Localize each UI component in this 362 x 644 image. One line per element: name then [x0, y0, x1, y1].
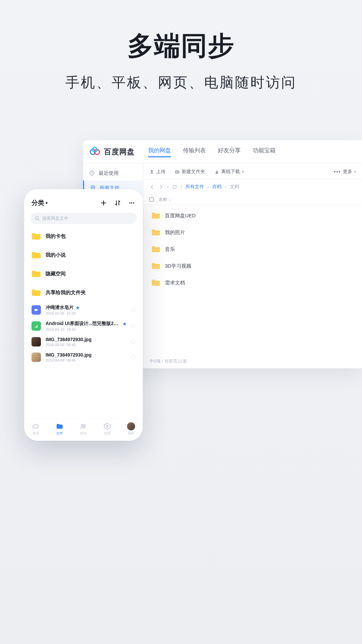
folder-icon	[32, 232, 41, 240]
star-icon: ★	[76, 305, 80, 310]
baidu-netdisk-logo-icon	[89, 146, 101, 158]
phone-tabbar: 首页 文件 好友 发现 我的	[24, 419, 143, 441]
file-row[interactable]: IMG_7384972930.jpg 2018-04-09 09:46	[24, 334, 143, 350]
app-logo-text: 百度网盘	[104, 147, 135, 157]
folder-row[interactable]: 隐藏空间	[24, 264, 143, 283]
new-folder-button[interactable]: 新建文件夹	[175, 169, 205, 175]
nav-back-icon[interactable]	[149, 184, 155, 190]
svg-point-15	[106, 425, 108, 427]
transfer-button[interactable]	[114, 199, 121, 207]
phone-frame: 分类 ▾ 搜索网盘文件 我的卡包 我的小说 隐藏空间 共享给我的文件夹	[24, 189, 143, 441]
tab-share[interactable]: 好友分享	[218, 147, 241, 157]
folder-icon	[32, 288, 41, 297]
new-folder-icon	[175, 169, 180, 174]
tab-discover[interactable]: 发现	[103, 422, 111, 436]
folder-row[interactable]: 3D学习视频	[143, 258, 362, 274]
tab-friends[interactable]: 好友	[79, 422, 87, 436]
svg-point-7	[133, 202, 134, 204]
app-logo: 百度网盘	[89, 146, 135, 158]
select-radio[interactable]	[131, 324, 135, 328]
crumb-current: 文档	[230, 184, 239, 190]
desktop-nav-tabs: 我的网盘 传输列表 好友分享 功能宝箱	[148, 147, 276, 157]
phone-header: 分类 ▾	[24, 189, 143, 211]
clock-icon	[89, 170, 95, 176]
promo-title: 多端同步	[0, 29, 362, 64]
sidebar-item-label: 最近使用	[99, 170, 119, 176]
svg-rect-9	[35, 309, 37, 311]
friends-icon	[79, 422, 87, 430]
category-dropdown[interactable]: 分类 ▾	[32, 199, 48, 207]
folder-icon	[56, 422, 64, 430]
caret-down-icon: ▾	[46, 201, 48, 205]
tab-my-disk[interactable]: 我的网盘	[148, 147, 171, 157]
phone-file-list: 我的卡包 我的小说 隐藏空间 共享给我的文件夹 冲绳潜水皂片★ 2018-02-…	[24, 227, 143, 419]
select-all-checkbox[interactable]	[149, 197, 154, 202]
phone-actions	[100, 199, 135, 207]
select-radio[interactable]	[131, 340, 135, 344]
file-row[interactable]: Android UI界面设计...范完整版25学★ 2018-04-15 14:…	[24, 318, 143, 334]
folder-row[interactable]: 我的小说	[24, 246, 143, 264]
folder-icon	[152, 212, 160, 219]
folder-row[interactable]: 我的卡包	[24, 227, 143, 246]
folder-row[interactable]: 音乐	[143, 241, 362, 258]
svg-point-5	[129, 202, 131, 204]
svg-point-14	[84, 425, 85, 426]
svg-point-8	[36, 217, 39, 220]
offline-download-button[interactable]: 离线下载 ▾	[215, 169, 244, 175]
desktop-main: 上传 新建文件夹 离线下载 ▾ ••• 更多 ▾	[143, 164, 362, 368]
desktop-file-list: 百度网盘UED 我的照片 音乐 3D学习视频 需求文档	[143, 205, 362, 293]
svg-point-13	[81, 424, 83, 426]
add-button[interactable]	[100, 199, 107, 207]
tab-files[interactable]: 文件	[56, 422, 64, 436]
sort-caret-icon[interactable]: ⌄	[169, 198, 171, 201]
breadcrumb: • | 所有文件 › 存档 › 文档	[143, 180, 362, 194]
tab-transfer[interactable]: 传输列表	[183, 147, 206, 157]
select-radio[interactable]	[131, 308, 135, 312]
video-file-icon	[32, 305, 41, 315]
star-icon: ★	[123, 321, 127, 326]
avatar-icon	[127, 422, 135, 430]
tab-toolbox[interactable]: 功能宝箱	[253, 147, 276, 157]
search-input[interactable]: 搜索网盘文件	[30, 213, 137, 224]
refresh-icon[interactable]	[172, 184, 177, 190]
svg-point-6	[131, 202, 132, 204]
desktop-footer-status: 中0项 / 当前页21项	[143, 358, 362, 364]
image-thumbnail	[32, 337, 41, 346]
search-icon	[35, 216, 40, 221]
spreadsheet-file-icon	[32, 321, 41, 331]
folder-icon	[152, 229, 160, 236]
more-button[interactable]: ••• 更多 ▾	[334, 169, 356, 175]
crumb-root[interactable]: 所有文件	[185, 184, 204, 190]
select-radio[interactable]	[131, 355, 135, 359]
tab-profile[interactable]: 我的	[127, 422, 135, 436]
folder-row[interactable]: 共享给我的文件夹	[24, 283, 143, 302]
folder-row[interactable]: 我的照片	[143, 224, 362, 241]
folder-icon	[152, 262, 160, 270]
discover-icon	[103, 422, 111, 430]
upload-button[interactable]: 上传	[149, 169, 166, 175]
folder-icon	[152, 279, 160, 286]
file-row[interactable]: IMG_7384972930.jpg 2018-04-09 09:46	[24, 350, 143, 365]
file-row[interactable]: 冲绳潜水皂片★ 2018-02-05 16:20	[24, 302, 143, 318]
svg-rect-11	[36, 326, 37, 328]
upload-icon	[149, 169, 154, 174]
tab-home[interactable]: 首页	[32, 422, 40, 436]
crumb-mid[interactable]: 存档	[212, 184, 222, 190]
image-thumbnail	[32, 353, 41, 362]
folder-row[interactable]: 百度网盘UED	[143, 207, 362, 224]
more-button[interactable]	[128, 199, 135, 207]
cloud-icon	[32, 422, 40, 430]
promo-subtitle: 手机、平板、网页、电脑随时访问	[0, 73, 362, 92]
folder-icon	[32, 270, 41, 278]
desktop-header: 百度网盘 我的网盘 传输列表 好友分享 功能宝箱	[83, 140, 362, 164]
download-icon	[215, 169, 219, 174]
svg-rect-12	[37, 325, 38, 328]
desktop-toolbar: 上传 新建文件夹 离线下载 ▾ ••• 更多 ▾	[143, 164, 362, 180]
svg-rect-10	[35, 327, 36, 328]
folder-icon	[32, 251, 41, 259]
chevron-down-icon: ▾	[354, 170, 356, 173]
folder-row[interactable]: 需求文档	[143, 274, 362, 291]
ellipsis-icon: •••	[334, 169, 341, 174]
nav-forward-icon[interactable]	[158, 184, 164, 190]
sidebar-item-recent[interactable]: 最近使用	[83, 166, 143, 180]
